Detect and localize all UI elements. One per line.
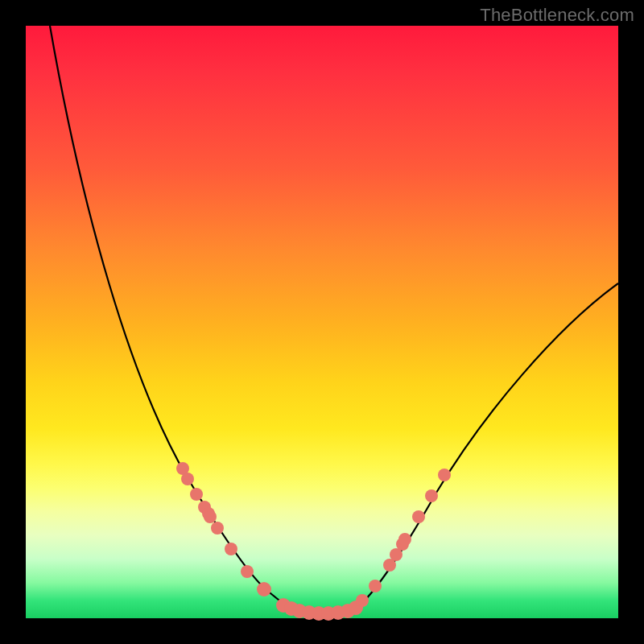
curve-layer — [26, 26, 618, 618]
marker-dot — [241, 565, 254, 578]
marker-dot — [181, 473, 194, 485]
marker-dot — [225, 543, 237, 555]
marker-dot — [190, 488, 203, 501]
marker-dot — [438, 469, 451, 481]
marker-dot — [204, 510, 217, 523]
marker-group — [176, 462, 451, 621]
marker-dot — [257, 582, 271, 597]
marker-dot — [398, 533, 411, 546]
v-curve-path — [50, 26, 618, 613]
marker-dot — [412, 510, 425, 523]
outer-frame: TheBottleneck.com — [0, 0, 644, 644]
watermark-text: TheBottleneck.com — [480, 5, 634, 26]
marker-dot — [356, 594, 369, 607]
marker-dot — [369, 580, 382, 592]
gradient-plot-area — [26, 26, 618, 618]
marker-dot — [211, 522, 224, 535]
marker-dot — [425, 489, 438, 502]
